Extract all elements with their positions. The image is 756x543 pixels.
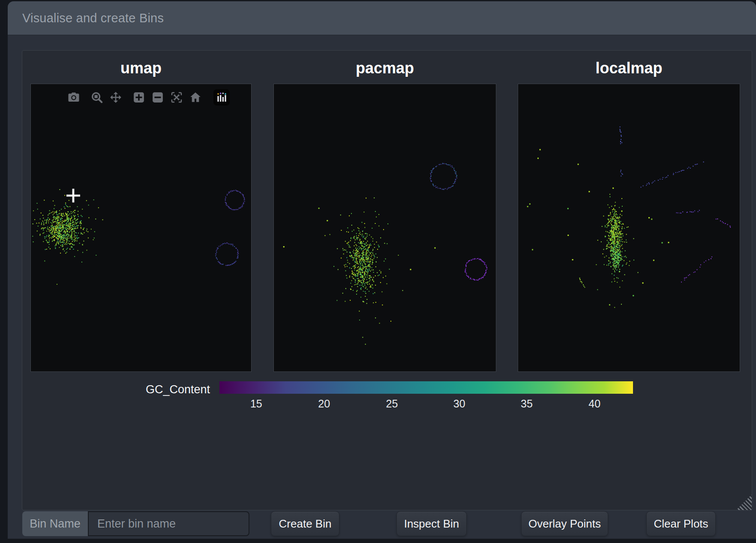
colorbar-tick: 30 xyxy=(453,398,465,410)
autoscale-icon[interactable] xyxy=(170,90,183,104)
zoom-out-icon[interactable] xyxy=(151,90,165,104)
clear-plots-button[interactable]: Clear Plots xyxy=(646,511,716,536)
pacmap-plot-canvas[interactable] xyxy=(274,84,496,371)
window-title: Visualise and create Bins xyxy=(8,11,164,25)
localmap-plot-title: localmap xyxy=(518,57,740,79)
colorbar-ticks: 152025303540 xyxy=(219,398,633,411)
zoom-icon[interactable] xyxy=(90,90,104,104)
create-bin-button[interactable]: Create Bin xyxy=(271,511,339,536)
colorbar-tick: 15 xyxy=(250,398,262,410)
plotly-modebar xyxy=(67,89,230,106)
pan-icon[interactable] xyxy=(109,90,123,104)
bin-name-input[interactable] xyxy=(88,511,249,536)
overlay-points-button[interactable]: Overlay Points xyxy=(521,511,608,536)
inspect-bin-button[interactable]: Inspect Bin xyxy=(396,511,467,536)
colorbar-label: GC_Content xyxy=(123,383,210,396)
colorbar-tick: 40 xyxy=(588,398,600,410)
home-icon[interactable] xyxy=(189,90,202,104)
localmap-plot-canvas[interactable] xyxy=(518,84,740,371)
colorbar-tick: 20 xyxy=(318,398,330,410)
colorbar-gradient xyxy=(219,381,633,394)
camera-icon[interactable] xyxy=(67,90,81,104)
zoom-in-icon[interactable] xyxy=(132,90,146,104)
colorbar-tick: 35 xyxy=(521,398,533,410)
colorbar-tick: 25 xyxy=(386,398,398,410)
umap-plot-canvas[interactable] xyxy=(31,84,251,371)
plotly-logo-icon[interactable] xyxy=(213,89,230,106)
bin-name-label: Bin Name xyxy=(22,511,88,536)
umap-plot xyxy=(30,84,252,372)
pacmap-plot-title: pacmap xyxy=(273,57,496,79)
pacmap-plot xyxy=(273,84,496,372)
visualise-bins-window: Visualise and create Bins umap pacmap lo… xyxy=(8,1,756,539)
umap-plot-title: umap xyxy=(30,57,252,79)
window-header: Visualise and create Bins xyxy=(8,1,756,35)
localmap-plot xyxy=(518,84,740,372)
